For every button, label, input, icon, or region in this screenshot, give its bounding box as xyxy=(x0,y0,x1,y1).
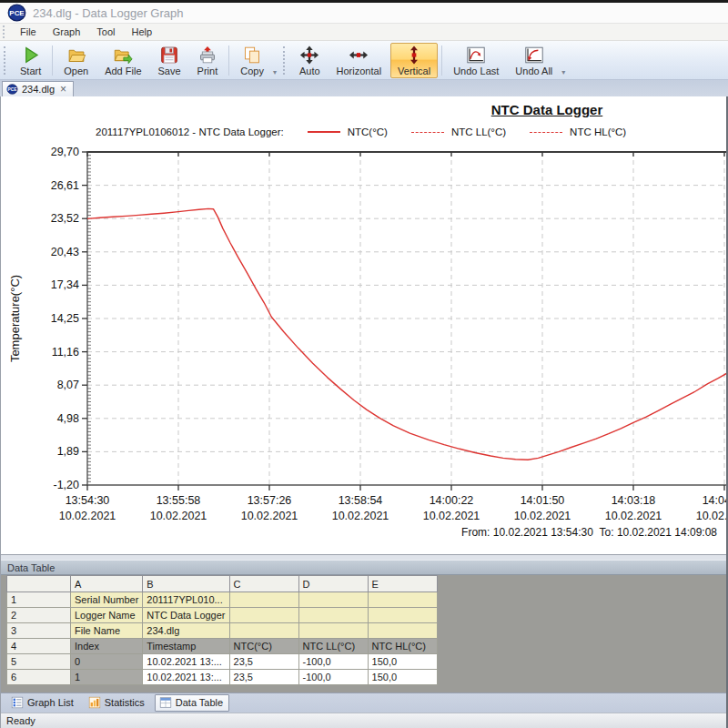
cell-E2[interactable] xyxy=(368,608,437,623)
cell-C4[interactable]: NTC(°C) xyxy=(229,639,298,654)
undo-all-button[interactable]: Undo All xyxy=(508,43,560,78)
cell-B5[interactable]: 10.02.2021 13:... xyxy=(143,654,229,670)
svg-text:10.02.2021: 10.02.2021 xyxy=(605,510,662,522)
cell-C2[interactable] xyxy=(229,608,298,623)
row-number[interactable]: 6 xyxy=(7,670,71,685)
view-tab-label: Data Table xyxy=(176,697,223,708)
cell-B3[interactable]: 234.dlg xyxy=(143,623,229,639)
auto-icon xyxy=(299,46,319,65)
svg-text:10.02.2021: 10.02.2021 xyxy=(150,510,207,522)
menu-tool[interactable]: Tool xyxy=(88,25,123,39)
cell-D3[interactable] xyxy=(298,623,368,639)
toolbar-overflow-icon[interactable]: ▾ xyxy=(561,68,567,78)
column-header-B[interactable]: B xyxy=(143,576,229,592)
table-row-3: 3File Name234.dlg xyxy=(7,623,438,639)
view-tab-data-table[interactable]: Data Table xyxy=(155,694,229,712)
close-tab-icon[interactable]: × xyxy=(58,85,66,94)
cell-E6[interactable]: 150,0 xyxy=(368,670,437,685)
cell-D1[interactable] xyxy=(298,592,368,608)
toolbar-separator xyxy=(52,46,53,76)
svg-text:29,70: 29,70 xyxy=(51,146,79,158)
data-table-icon xyxy=(159,696,172,709)
column-header-C[interactable]: C xyxy=(229,576,298,592)
menu-help[interactable]: Help xyxy=(124,25,161,39)
row-header-corner[interactable] xyxy=(7,576,71,592)
cell-E5[interactable]: 150,0 xyxy=(368,654,437,670)
cell-A6[interactable]: 1 xyxy=(71,670,143,685)
svg-text:13:54:30: 13:54:30 xyxy=(66,494,110,507)
row-number[interactable]: 1 xyxy=(7,592,71,608)
svg-text:14:00:22: 14:00:22 xyxy=(430,494,474,507)
svg-text:PCE: PCE xyxy=(9,9,24,17)
statistics-icon xyxy=(88,696,101,709)
cell-B1[interactable]: 201117YPL010... xyxy=(143,592,229,608)
x-axis-ticks xyxy=(87,152,724,490)
undo-last-button[interactable]: Undo Last xyxy=(446,43,506,78)
cell-B6[interactable]: 10.02.2021 13:... xyxy=(143,670,229,685)
cell-A5[interactable]: 0 xyxy=(71,654,143,670)
auto-button[interactable]: Auto xyxy=(292,43,328,78)
start-button[interactable]: Start xyxy=(13,43,48,78)
cell-A4[interactable]: Index xyxy=(71,639,143,654)
svg-text:8,07: 8,07 xyxy=(57,379,79,391)
row-number[interactable]: 5 xyxy=(7,654,71,670)
view-tab-bar: Graph ListStatisticsData Table xyxy=(1,693,726,713)
svg-text:4,98: 4,98 xyxy=(57,412,79,425)
svg-text:14:01:50: 14:01:50 xyxy=(521,494,565,507)
temperature-line-chart[interactable]: 29,7026,6123,5220,4317,3414,2511,168,074… xyxy=(1,96,726,555)
add-file-button[interactable]: Add File xyxy=(97,43,148,78)
save-button-label: Save xyxy=(158,66,181,76)
column-header-A[interactable]: A xyxy=(71,576,143,592)
cell-B2[interactable]: NTC Data Logger xyxy=(143,608,229,623)
view-tab-statistics[interactable]: Statistics xyxy=(84,694,151,712)
cell-B4[interactable]: Timestamp xyxy=(143,639,229,654)
toolbar-overflow-icon[interactable]: ▾ xyxy=(272,68,278,78)
pce-tab-icon: PCE xyxy=(6,84,18,95)
copy-button[interactable]: Copy xyxy=(233,43,271,78)
toolbar-drag-handle-icon xyxy=(4,46,9,75)
cell-C1[interactable] xyxy=(229,592,298,608)
save-button[interactable]: Save xyxy=(151,43,188,78)
vertical-button[interactable]: Vertical xyxy=(390,43,438,78)
svg-text:10.02.2021: 10.02.2021 xyxy=(59,510,116,522)
data-table-panel-title: Data Table xyxy=(7,562,55,573)
column-header-E[interactable]: E xyxy=(368,576,437,592)
add-file-button-label: Add File xyxy=(105,66,141,76)
data-table[interactable]: ABCDE1Serial Number201117YPL010...2Logge… xyxy=(6,575,438,685)
data-table-panel-header: Data Table xyxy=(1,560,726,575)
status-bar: Ready xyxy=(1,713,726,728)
graph-list-icon xyxy=(11,696,24,709)
cell-D2[interactable] xyxy=(298,608,368,623)
cell-C5[interactable]: 23,5 xyxy=(229,654,298,670)
start-icon xyxy=(21,46,41,65)
cell-D4[interactable]: NTC LL(°C) xyxy=(298,639,368,654)
row-number[interactable]: 3 xyxy=(7,623,71,639)
tab-234dlg[interactable]: PCE 234.dlg × xyxy=(2,81,74,96)
cell-E3[interactable] xyxy=(368,623,437,639)
undo-all-icon xyxy=(524,46,544,65)
horizontal-button[interactable]: Horizontal xyxy=(329,43,389,78)
cell-A3[interactable]: File Name xyxy=(71,623,143,639)
vertical-icon xyxy=(404,46,424,65)
cell-C3[interactable] xyxy=(229,623,298,639)
cell-A1[interactable]: Serial Number xyxy=(71,592,143,608)
vertical-button-label: Vertical xyxy=(398,66,430,76)
svg-text:20,43: 20,43 xyxy=(51,246,79,258)
row-number[interactable]: 2 xyxy=(7,608,71,623)
svg-text:13:58:54: 13:58:54 xyxy=(339,494,383,507)
cell-C6[interactable]: 23,5 xyxy=(229,670,298,685)
column-header-D[interactable]: D xyxy=(298,576,368,592)
ntc-series-line[interactable] xyxy=(87,208,726,460)
menu-graph[interactable]: Graph xyxy=(45,25,89,39)
view-tab-graph-list[interactable]: Graph List xyxy=(6,694,80,712)
cell-D6[interactable]: -100,0 xyxy=(298,670,368,685)
print-button[interactable]: Print xyxy=(190,43,226,78)
cell-D5[interactable]: -100,0 xyxy=(298,654,368,670)
open-button[interactable]: Open xyxy=(56,43,96,78)
row-number[interactable]: 4 xyxy=(7,639,71,654)
cell-E4[interactable]: NTC HL(°C) xyxy=(368,639,437,654)
cell-A2[interactable]: Logger Name xyxy=(71,608,143,623)
cell-E1[interactable] xyxy=(368,592,437,608)
undo-all-button-label: Undo All xyxy=(515,66,552,76)
menu-file[interactable]: File xyxy=(12,25,45,39)
